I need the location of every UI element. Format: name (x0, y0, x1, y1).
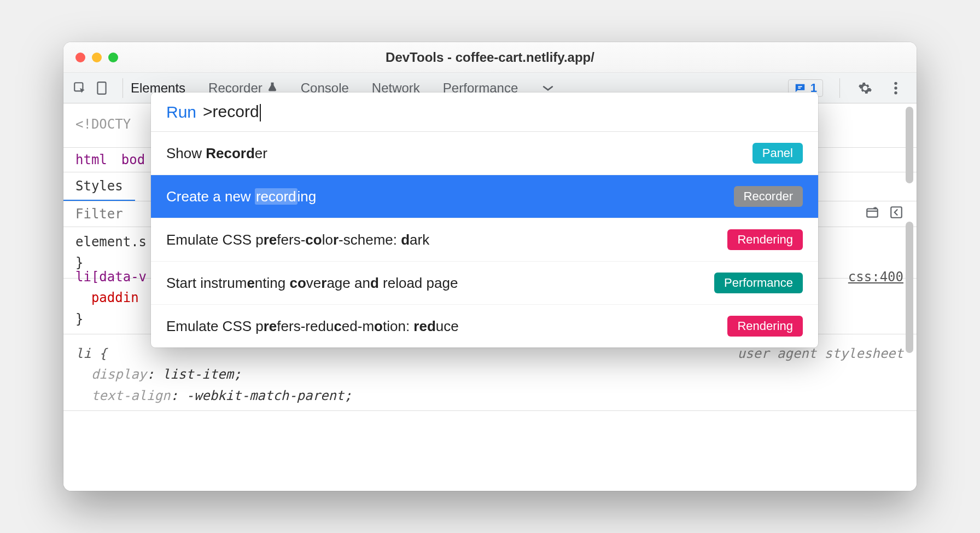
command-item-label: Emulate CSS prefers-reduced-motion: redu… (166, 318, 459, 335)
command-item-label: Show Recorder (166, 145, 267, 162)
css-property: paddin (91, 290, 139, 305)
command-item-label: Create a new recording (166, 188, 316, 205)
css-selector: element.s (75, 234, 147, 250)
svg-point-4 (894, 82, 897, 84)
text-caret (260, 104, 261, 121)
command-item-emulate-dark[interactable]: Emulate CSS prefers-color-scheme: dark R… (151, 218, 818, 262)
titlebar: DevTools - coffee-cart.netlify.app/ (63, 42, 917, 73)
command-item-coverage[interactable]: Start instrumenting coverage and reload … (151, 262, 818, 305)
command-category-badge: Rendering (727, 229, 803, 250)
new-style-rule-icon[interactable] (865, 205, 879, 223)
svg-rect-2 (798, 86, 802, 87)
window-title: DevTools - coffee-cart.netlify.app/ (63, 50, 917, 65)
css-source-link[interactable]: css:400 (848, 266, 903, 287)
command-category-badge: Recorder (734, 186, 803, 207)
command-category-badge: Performance (714, 273, 803, 293)
command-item-create-recording[interactable]: Create a new recording Recorder (151, 175, 818, 218)
command-palette: Run >record Show Recorder Panel Create a… (151, 92, 818, 347)
doctype-text: <!DOCTY (75, 117, 131, 132)
css-selector: li[data-v (75, 269, 147, 285)
styles-tab[interactable]: Styles (63, 172, 135, 201)
settings-icon[interactable] (856, 79, 874, 97)
command-query-text: >record (203, 102, 259, 120)
css-value: -webkit-match-parent (186, 388, 344, 403)
css-value: list-item (162, 367, 234, 382)
computed-panel-icon[interactable] (889, 205, 903, 223)
command-item-label: Emulate CSS prefers-color-scheme: dark (166, 231, 429, 248)
inspect-element-icon[interactable] (71, 79, 89, 97)
toolbar-divider (839, 78, 840, 98)
css-property: text-align (91, 388, 171, 403)
command-item-label: Start instrumenting coverage and reload … (166, 275, 458, 292)
crumb-html[interactable]: html (75, 152, 107, 167)
filter-input[interactable]: Filter (75, 206, 123, 222)
toolbar-divider (122, 78, 123, 98)
css-rule-li-ua[interactable]: li { user agent stylesheet display: list… (63, 339, 917, 411)
command-prefix: Run (166, 103, 196, 121)
svg-rect-3 (798, 88, 801, 89)
devtools-window: DevTools - coffee-cart.netlify.app/ Elem… (63, 42, 917, 491)
svg-point-6 (894, 91, 897, 94)
device-toggle-icon[interactable] (93, 79, 110, 97)
css-selector: li { (75, 346, 107, 361)
css-property: display (91, 367, 147, 382)
scrollbar[interactable] (905, 107, 914, 488)
svg-rect-1 (97, 82, 106, 94)
command-item-emulate-reduced-motion[interactable]: Emulate CSS prefers-reduced-motion: redu… (151, 305, 818, 347)
command-palette-search[interactable]: Run >record (151, 92, 818, 132)
svg-rect-7 (867, 209, 878, 217)
scrollbar-thumb[interactable] (906, 222, 913, 353)
scrollbar-thumb[interactable] (906, 107, 913, 183)
kebab-menu-icon[interactable] (887, 79, 905, 97)
command-item-show-recorder[interactable]: Show Recorder Panel (151, 132, 818, 175)
command-category-badge: Panel (752, 143, 803, 164)
command-category-badge: Rendering (727, 316, 803, 337)
styles-tab-label: Styles (75, 178, 123, 194)
crumb-body[interactable]: bod (121, 152, 145, 167)
css-brace: } (75, 311, 83, 327)
more-tabs-icon[interactable] (541, 84, 555, 92)
command-input[interactable]: >record (203, 102, 261, 121)
svg-point-5 (894, 86, 897, 89)
svg-rect-8 (891, 207, 902, 218)
